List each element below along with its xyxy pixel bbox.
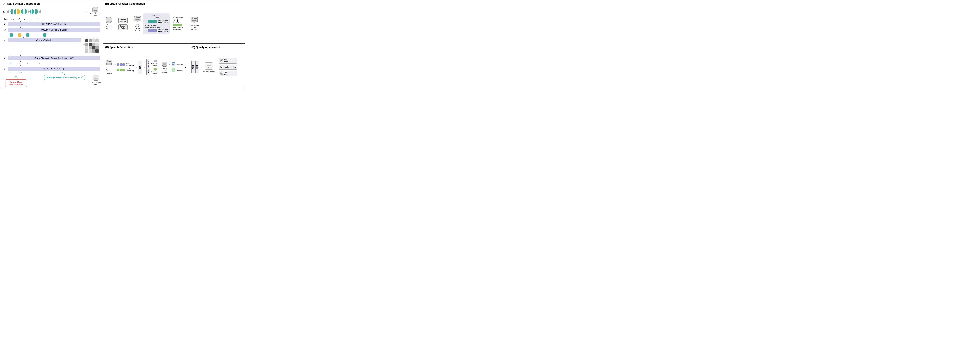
svg-rect-62 bbox=[222, 73, 223, 74]
clips-label: Clips bbox=[3, 18, 10, 20]
dialog-lib: DialogTextLibrary bbox=[162, 62, 167, 73]
count-filter-row: ⊽ Count Clips with Cosine-Similarity ≥ 0… bbox=[3, 56, 100, 60]
dialog-lib-label: DialogTextLibrary bbox=[162, 68, 167, 73]
cosine-row: ⊞ Cosine-Similarity a₀ a₁ a₂ a₃ ... a₀ bbox=[3, 37, 100, 54]
svg-rect-54 bbox=[221, 67, 221, 68]
embedding1-row: → Real SpeakerEmbedding 1 bbox=[145, 20, 168, 23]
svg-point-8 bbox=[93, 79, 99, 81]
lines2 bbox=[3, 27, 100, 28]
wavlm-row: ⚙ WavLM X-Vector Extraction bbox=[3, 28, 100, 32]
cosine-filter-row: ⊞ Cosine-Similarity bbox=[3, 38, 81, 42]
asr-task-box: ASRTask bbox=[219, 71, 237, 76]
panel-c: (C) Speech Generation bbox=[103, 44, 189, 87]
step1-label: ① RandomSample bbox=[145, 15, 168, 19]
waveform-row: Ai bbox=[3, 6, 100, 17]
user-embed-label: User Embedding bbox=[126, 63, 134, 67]
tts-box: TTS bbox=[138, 61, 142, 74]
embed2-label: Real SpeakerEmbedding 2 bbox=[158, 29, 168, 32]
lines3: ... bbox=[3, 32, 100, 37]
b-rsl-with-info: RealSpeakerLibrarywith Info bbox=[134, 16, 142, 32]
true-label: True bbox=[59, 72, 63, 74]
false-label: False bbox=[17, 72, 22, 74]
right-side: (B) Virtual Speaker Construction RealSpe… bbox=[103, 0, 245, 87]
b-arrow2: → bbox=[129, 22, 132, 25]
lines-to-maxcount bbox=[3, 65, 100, 67]
speech-rate-box: SpeechRate bbox=[118, 24, 127, 30]
count-row bbox=[3, 60, 100, 62]
count-lines bbox=[3, 55, 100, 56]
svg-point-13 bbox=[106, 21, 112, 23]
svg-rect-52 bbox=[223, 60, 223, 62]
maxcount-row: ⊽ Max Count ≥ 5×⌊n/10⌋ ? bbox=[3, 67, 100, 71]
ai-label: Ai bbox=[3, 10, 5, 14]
response-audio-label: ResponseAudio bbox=[151, 71, 158, 75]
quality-metrics-icon bbox=[220, 65, 223, 69]
asr-task-icon bbox=[220, 72, 223, 75]
dialog-arrows: → Instruction bbox=[169, 62, 183, 72]
tts-task-icon bbox=[220, 59, 223, 62]
b-rsl-info-label: RealSpeakerLibrarywith Info bbox=[135, 23, 140, 32]
main-container: (A) Real Speaker Construction Ai bbox=[0, 0, 245, 88]
d-content: ASR CER → bbox=[191, 50, 245, 84]
filter1-box: DNSMOS ≥ 4 && n ≥ 10 bbox=[8, 22, 100, 26]
svg-rect-51 bbox=[222, 60, 223, 62]
panel-a: (A) Real Speaker Construction Ai bbox=[0, 0, 103, 87]
count-3: 3 bbox=[17, 62, 21, 65]
svg-point-5 bbox=[16, 76, 17, 77]
panel-b: (B) Virtual Speaker Construction RealSpe… bbox=[103, 0, 245, 44]
c-vsl: VirtualSpeakerLibrarywith Info bbox=[105, 60, 113, 75]
svg-rect-56 bbox=[222, 66, 223, 68]
c-embeddings-col: → User Embedding → bbox=[114, 63, 134, 72]
svg-rect-61 bbox=[221, 73, 222, 74]
svg-rect-63 bbox=[223, 73, 223, 74]
tts-task-label: TTSTask bbox=[224, 59, 228, 63]
ke-speech-icon bbox=[205, 62, 213, 70]
svg-point-21 bbox=[135, 17, 137, 18]
b-vsl-with-info: Virtual SpeakerLibrarywith Info bbox=[189, 17, 199, 30]
embed1-cubes bbox=[148, 20, 157, 23]
clips-row: Clips a⁰ᵢ a¹ᵢ a²ᵢ ... aⁿᵢ bbox=[3, 18, 100, 20]
svg-rect-49 bbox=[221, 60, 221, 62]
panel-c-title: (C) Speech Generation bbox=[105, 46, 186, 49]
svg-point-24 bbox=[191, 21, 197, 22]
instruction-row: → Instruction bbox=[169, 62, 183, 67]
svg-rect-50 bbox=[221, 60, 222, 62]
panel-d-title: (D) Quality Assessment bbox=[191, 46, 245, 49]
false-branch: False Do not Have Main speaker bbox=[4, 72, 28, 87]
response-row: → Response bbox=[169, 68, 183, 72]
w2-label: w₂ bbox=[173, 21, 175, 23]
instruction-audio: InsturctionAudio bbox=[151, 60, 158, 67]
clip-names: a⁰ᵢ a¹ᵢ a²ᵢ ... aⁿᵢ bbox=[10, 18, 39, 20]
ke-speech-col: Ke-SpeechChat bbox=[203, 62, 214, 72]
agent-embed-row: → Agent Embedding bbox=[114, 68, 134, 72]
embedding2-row: → Real SpeakerEmbedding 2 bbox=[145, 29, 168, 32]
clip-a0: a⁰ᵢ bbox=[11, 18, 14, 20]
svg-point-2 bbox=[93, 11, 98, 13]
left-arrow: ← bbox=[86, 10, 89, 13]
embed2-cubes bbox=[148, 29, 157, 32]
ke-speech-label: Ke-SpeechChat bbox=[203, 70, 214, 72]
d-tasks: TTSTask bbox=[219, 58, 237, 76]
svg-rect-60 bbox=[221, 73, 221, 74]
filter4-icon: ⊽ bbox=[3, 57, 6, 59]
panel-a-title: (A) Real Speaker Construction bbox=[3, 2, 100, 5]
clip-lines bbox=[3, 21, 100, 22]
branch-area: False Do not Have Main speaker True bbox=[3, 72, 100, 87]
svg-point-18 bbox=[134, 19, 141, 21]
svg-point-27 bbox=[192, 18, 193, 19]
true-branch: True Average Relevant Embedding as Sⁱ bbox=[29, 72, 100, 80]
clip-an: aⁿᵢ bbox=[37, 18, 39, 20]
filter2-icon: ⚙ bbox=[3, 29, 6, 31]
clip-a1: a¹ᵢ bbox=[18, 18, 20, 20]
b-identify-boxes: GenderIdentify SpeechRate bbox=[118, 18, 127, 30]
panel-b-title: (B) Virtual Speaker Construction bbox=[105, 2, 245, 5]
dnsmos-row: ⊽ DNSMOS ≥ 4 && n ≥ 10 bbox=[3, 22, 100, 26]
tts-task-box: TTSTask bbox=[219, 58, 237, 64]
no-main-speaker-box: Do not Have Main speaker bbox=[5, 80, 27, 87]
b-content: RealSpeakerLibrary → GenderIdentify Spee… bbox=[105, 6, 245, 41]
cer-box: CER bbox=[196, 61, 199, 73]
b-arrow3: → bbox=[184, 22, 187, 25]
instruction-audio-label: InsturctionAudio bbox=[151, 63, 158, 67]
virtual-embed-cubes bbox=[173, 24, 182, 27]
real-speaker-library: Real SpeakerLibrary bbox=[91, 74, 101, 86]
